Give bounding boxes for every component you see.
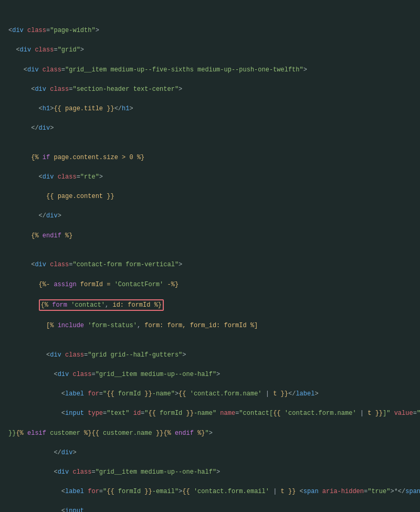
code-editor: <div class="page-width"> <div class="gri… xyxy=(8,6,412,512)
code-content: <div class="page-width"> <div class="gri… xyxy=(8,6,412,512)
